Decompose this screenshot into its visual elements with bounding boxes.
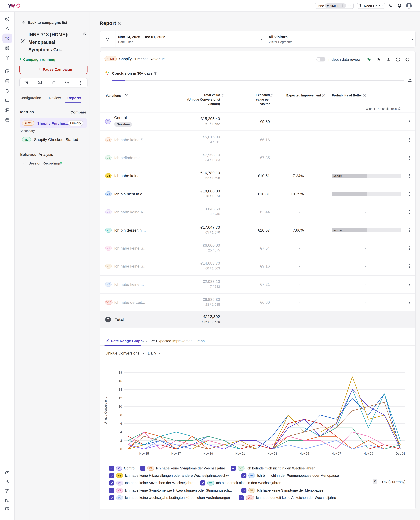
svg-text:Nov 27: Nov 27: [331, 452, 341, 455]
svg-text:2: 2: [120, 439, 122, 442]
svg-text:18: 18: [119, 371, 122, 374]
svg-text:B: B: [23, 41, 24, 44]
svg-text:Nov 19: Nov 19: [203, 452, 213, 455]
svg-text:6: 6: [120, 422, 122, 425]
svg-text:Nov 21: Nov 21: [235, 452, 245, 455]
svg-text:Dec 01: Dec 01: [396, 452, 405, 455]
svg-text:12: 12: [119, 396, 122, 400]
svg-text:10: 10: [119, 405, 122, 408]
svg-text:Nov 17: Nov 17: [171, 452, 181, 455]
svg-text:0: 0: [120, 447, 122, 451]
svg-text:Nov 15: Nov 15: [139, 452, 149, 455]
svg-text:Nov 23: Nov 23: [268, 452, 277, 455]
svg-text:Nov 25: Nov 25: [300, 452, 309, 455]
svg-text:B: B: [8, 38, 9, 41]
svg-text:4: 4: [120, 430, 122, 434]
svg-text:A: A: [21, 39, 22, 41]
svg-text:14: 14: [119, 388, 122, 391]
svg-text:A: A: [5, 36, 7, 38]
svg-text:16: 16: [119, 379, 122, 383]
svg-text:8: 8: [120, 413, 122, 417]
svg-text:Nov 29: Nov 29: [363, 452, 373, 455]
